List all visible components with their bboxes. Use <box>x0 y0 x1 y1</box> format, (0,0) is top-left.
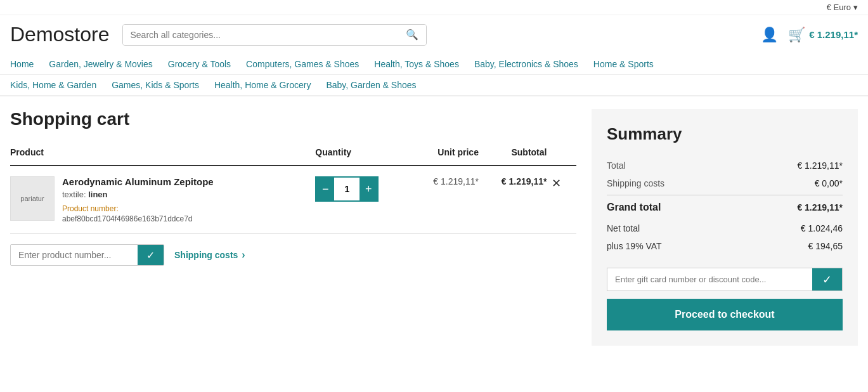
vat-row: plus 19% VAT € 194,65 <box>607 237 843 255</box>
shipping-costs-link[interactable]: Shipping costs › <box>174 249 245 261</box>
summary-row-amount: € 0,00* <box>815 178 843 188</box>
remove-item-button[interactable]: ✕ <box>547 176 566 190</box>
currency-label: € Euro <box>827 3 851 12</box>
quantity-input[interactable] <box>334 178 360 200</box>
product-image: pariatur <box>10 176 55 221</box>
nav-primary-item[interactable]: Computers, Games & Shoes <box>246 59 359 69</box>
col-quantity: Quantity <box>315 142 410 166</box>
summary-section: Summary Total € 1.219,11* Shipping costs… <box>592 109 858 346</box>
product-number-input[interactable] <box>11 245 138 265</box>
grand-total-amount: € 1.219,11* <box>797 202 843 212</box>
product-number-add-button[interactable]: ✓ <box>138 245 164 265</box>
summary-row-amount: € 1.219,11* <box>797 160 843 171</box>
col-product: Product <box>10 142 315 166</box>
summary-row-label: Shipping costs <box>607 178 664 188</box>
table-row: pariatur Aerodynamic Aluminum Zepitope t… <box>10 166 576 234</box>
search-bar: 🔍 <box>122 24 427 46</box>
vat-label: plus 19% VAT <box>607 241 662 251</box>
grand-total-label: Grand total <box>607 202 661 213</box>
logo-bold: Demo <box>10 23 64 46</box>
product-details: Aerodynamic Aluminum Zepitope textile: l… <box>62 176 315 223</box>
quantity-control: − + <box>315 176 379 202</box>
nav-secondary-item[interactable]: Health, Home & Grocery <box>214 80 311 90</box>
cart-info[interactable]: 🛒 € 1.219,11* <box>788 27 858 43</box>
search-input[interactable] <box>123 25 398 45</box>
net-total-row: Net total € 1.024,46 <box>607 217 843 237</box>
gift-card-row: ✓ <box>607 268 843 291</box>
summary-title: Summary <box>607 124 843 144</box>
gift-card-input[interactable] <box>607 268 812 291</box>
nav-primary-item[interactable]: Grocery & Tools <box>168 59 231 69</box>
cart-bottom: ✓ Shipping costs › <box>10 234 576 276</box>
subtotal-cell: € 1.219,11* <box>479 166 547 234</box>
summary-row-label: Total <box>607 160 626 171</box>
nav-secondary-item[interactable]: Kids, Home & Garden <box>10 80 96 90</box>
checkmark-icon: ✓ <box>146 250 155 261</box>
grand-total-row: Grand total € 1.219,11* <box>607 195 843 217</box>
top-bar: € Euro ▾ <box>0 0 868 15</box>
header: Demostore 🔍 👤 🛒 € 1.219,11* <box>0 15 868 54</box>
unit-price-cell: € 1.219,11* <box>410 166 479 234</box>
product-number-label: Product number: <box>62 204 315 213</box>
product-number-input-wrapper: ✓ <box>10 244 164 266</box>
logo[interactable]: Demostore <box>10 23 110 46</box>
logo-light: store <box>64 23 109 46</box>
nav-secondary: Kids, Home & GardenGames, Kids & SportsH… <box>0 75 868 96</box>
cart-section: Shopping cart Product Quantity Unit pric… <box>10 109 576 346</box>
product-cell: pariatur Aerodynamic Aluminum Zepitope t… <box>10 176 315 223</box>
nav-secondary-item[interactable]: Baby, Garden & Shoes <box>326 80 416 90</box>
nav-secondary-item[interactable]: Games, Kids & Sports <box>112 80 199 90</box>
shipping-costs-arrow-icon: › <box>242 249 245 261</box>
product-name: Aerodynamic Aluminum Zepitope <box>62 176 315 187</box>
user-icon[interactable]: 👤 <box>761 27 778 43</box>
nav-primary-item[interactable]: Baby, Electronics & Shoes <box>474 59 578 69</box>
search-icon: 🔍 <box>406 29 418 40</box>
checkout-button[interactable]: Proceed to checkout <box>607 299 843 330</box>
quantity-increase-button[interactable]: + <box>360 178 377 200</box>
col-unit-price: Unit price <box>410 142 479 166</box>
net-total-label: Net total <box>607 223 640 233</box>
nav-primary-item[interactable]: Health, Toys & Shoes <box>374 59 459 69</box>
net-total-amount: € 1.024,46 <box>801 223 843 233</box>
nav-primary-item[interactable]: Home <box>10 59 34 69</box>
summary-row: Total € 1.219,11* <box>607 157 843 174</box>
cart-amount: € 1.219,11* <box>809 29 858 40</box>
nav-primary-item[interactable]: Garden, Jewelry & Movies <box>49 59 152 69</box>
cart-title: Shopping cart <box>10 109 576 129</box>
search-button[interactable]: 🔍 <box>398 25 426 45</box>
quantity-decrease-button[interactable]: − <box>316 178 334 200</box>
cart-icon: 🛒 <box>788 27 805 43</box>
vat-amount: € 194,65 <box>808 241 843 251</box>
gift-card-submit-button[interactable]: ✓ <box>812 268 842 291</box>
main-content: Shopping cart Product Quantity Unit pric… <box>0 96 868 358</box>
cart-table: Product Quantity Unit price Subtotal par… <box>10 142 576 234</box>
variant-value: linen <box>88 190 107 199</box>
gift-card-checkmark-icon: ✓ <box>822 273 832 286</box>
header-actions: 👤 🛒 € 1.219,11* <box>761 27 858 43</box>
summary-row: Shipping costs € 0,00* <box>607 174 843 192</box>
product-number-value: abef80bcd1704f46986e163b71ddce7d <box>62 214 315 223</box>
nav-primary-item[interactable]: Home & Sports <box>593 59 654 69</box>
shipping-costs-label: Shipping costs <box>174 250 238 260</box>
currency-selector[interactable]: € Euro ▾ <box>827 3 858 12</box>
nav-primary: HomeGarden, Jewelry & MoviesGrocery & To… <box>0 54 868 75</box>
currency-chevron-icon: ▾ <box>853 3 858 12</box>
product-variant: textile: linen <box>62 190 315 199</box>
col-subtotal: Subtotal <box>479 142 547 166</box>
